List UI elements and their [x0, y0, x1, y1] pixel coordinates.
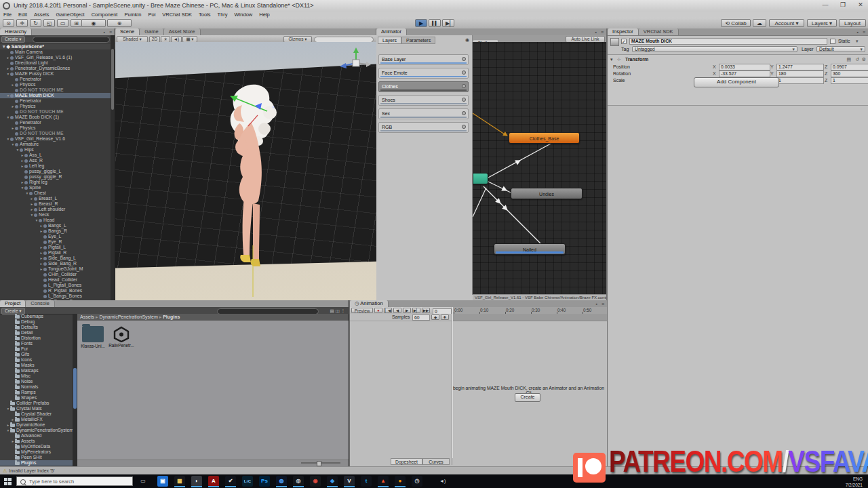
firefox-icon[interactable]: ● — [395, 476, 406, 487]
hierarchy-row[interactable]: ▸Side_Bang_R — [0, 261, 111, 266]
tab-animator[interactable]: Animator — [376, 28, 407, 35]
hierarchy-row[interactable]: Eye_R — [0, 239, 111, 245]
hierarchy-row[interactable]: ▾MAZE Boob DICK (1) — [0, 115, 111, 120]
preview-toggle[interactable]: Preview — [351, 308, 373, 313]
tool-button-0[interactable]: ⊙ — [3, 19, 14, 27]
hierarchy-row[interactable]: ▸Bangs_R — [0, 228, 111, 234]
menu-pumkin[interactable]: Pumkin — [121, 12, 144, 18]
hierarchy-row[interactable]: ▸Pigtail_L — [0, 245, 111, 250]
presets-icon[interactable]: ▤ — [846, 56, 851, 62]
file-explorer-icon[interactable]: ▦ — [174, 476, 185, 487]
hierarchy-row[interactable]: ▾Armature — [0, 142, 111, 147]
project-tree-row[interactable]: ▸MetallicFX — [0, 417, 73, 422]
add-keyframe-button[interactable]: ◆ — [431, 314, 439, 320]
position-x-field[interactable]: 0.0033 — [719, 64, 770, 70]
play-button[interactable]: ▶ — [415, 19, 427, 27]
project-tree-row[interactable]: Cubemaps — [0, 314, 73, 319]
menu-help[interactable]: Help — [256, 12, 273, 18]
animation-create-button[interactable]: Create — [515, 393, 540, 402]
layer-settings-icon[interactable] — [462, 70, 466, 75]
project-tree-row[interactable]: ▸DynamicBone — [0, 422, 73, 428]
menu-poi[interactable]: Poi — [144, 12, 159, 18]
project-tree-row[interactable]: MyOrificeData — [0, 444, 73, 449]
layer-settings-icon[interactable] — [462, 98, 466, 102]
hierarchy-row[interactable]: ▾MAZE Pussy DICK — [0, 71, 111, 77]
tab-console[interactable]: Console — [26, 300, 55, 307]
brave-icon[interactable]: ▲ — [378, 476, 389, 487]
curves-button[interactable]: Curves — [422, 458, 450, 465]
project-tree-row[interactable]: Debug — [0, 319, 73, 325]
hierarchy-row[interactable]: DO NOT TOUCH ME — [0, 87, 111, 93]
system-tray[interactable]: ENG 7/2/2021 — [846, 477, 863, 487]
project-zoom-slider[interactable] — [77, 460, 349, 466]
project-tree-row[interactable]: Plugins — [0, 460, 73, 466]
hierarchy-row[interactable]: ▾MAZE Mouth DICK — [0, 93, 111, 98]
hierarchy-row[interactable]: ▾Neck — [0, 212, 111, 218]
layer-settings-icon[interactable] — [462, 111, 466, 115]
project-tree-row[interactable]: Fonts — [0, 341, 73, 346]
animator-layer-shoes[interactable]: Shoes — [378, 95, 469, 106]
hierarchy-row[interactable]: ▾Head — [0, 218, 111, 223]
animator-layer-clothes[interactable]: Clothes — [378, 81, 469, 92]
playhead-line[interactable] — [452, 307, 453, 458]
close-button[interactable]: ✕ — [852, 0, 868, 10]
object-name-field[interactable]: MAZE Mouth DICK — [629, 38, 827, 45]
hierarchy-row[interactable]: Main Camera — [0, 49, 111, 55]
dopesheet-button[interactable]: Dopesheet — [391, 458, 422, 465]
hierarchy-row[interactable]: ▸Left shoulder — [0, 207, 111, 212]
menu-gameobject[interactable]: GameObject — [53, 12, 88, 18]
tab-parameters[interactable]: Parameters — [401, 37, 435, 44]
twitter-icon[interactable]: t — [361, 476, 372, 487]
animator-layer-face-emote[interactable]: Face Emote — [378, 68, 469, 79]
hierarchy-row[interactable]: Penetrator — [0, 77, 111, 82]
hierarchy-row[interactable]: ▸Breast_R — [0, 201, 111, 207]
cloud-button[interactable]: ☁ — [753, 19, 766, 27]
menu-assets[interactable]: Assets — [31, 12, 53, 18]
pause-button[interactable]: ▌▌ — [429, 19, 441, 27]
project-tree-row[interactable]: ▸Assets — [0, 439, 73, 444]
menu-thry[interactable]: Thry — [214, 12, 231, 18]
layer-settings-icon[interactable] — [462, 125, 466, 129]
position-y-field[interactable]: 1.2477 — [776, 64, 824, 70]
hierarchy-create-button[interactable]: Create ▾ — [1, 36, 25, 43]
clock-app-icon[interactable]: ◷ — [412, 476, 422, 487]
settings-gear-icon[interactable]: ⚙ — [862, 56, 866, 62]
hierarchy-row[interactable]: ▸Ass_R — [0, 158, 111, 163]
tool-button-4[interactable]: ▭ — [57, 19, 68, 27]
layer-settings-icon[interactable] — [462, 57, 466, 61]
project-tree-row[interactable]: ▾DynamicPenetrationSystem — [0, 428, 73, 433]
scene-viewport[interactable] — [115, 42, 376, 300]
tab-scene[interactable]: Scene — [115, 28, 140, 35]
project-tree-row[interactable]: Icons — [0, 357, 73, 363]
tab-animation[interactable]: ◷ Animation — [350, 300, 389, 307]
transport-button-3[interactable]: ▶▏ — [412, 308, 420, 313]
hierarchy-row[interactable]: ▸Breast_L — [0, 196, 111, 201]
breadcrumb-item[interactable]: DynamicPenetrationSystem — [99, 314, 157, 319]
hierarchy-row[interactable]: CHin_Collider — [0, 272, 111, 277]
breadcrumb-item[interactable]: Plugins — [163, 314, 180, 319]
hierarchy-scrollbar[interactable] — [111, 35, 115, 300]
project-tree-row[interactable]: Fur — [0, 346, 73, 352]
collab-dropdown[interactable]: ⟲ Collab ▾ — [721, 19, 751, 27]
state-machine-canvas[interactable]: Clothes_BaseUndiesNailed — [473, 42, 606, 295]
minimize-button[interactable]: — — [816, 0, 834, 10]
obs-icon[interactable]: ◎ — [293, 476, 304, 487]
animator-layer-rgb[interactable]: RGB — [378, 122, 469, 133]
hierarchy-row[interactable]: pussy_giggle_L — [0, 169, 111, 174]
hierarchy-row[interactable]: ▸Physics — [0, 104, 111, 109]
layer-settings-icon[interactable] — [462, 84, 466, 88]
start-button[interactable] — [4, 478, 12, 485]
menu-tools[interactable]: Tools — [195, 12, 214, 18]
project-tree-row[interactable]: Crystal Shader — [0, 411, 73, 417]
menu-vrchat-sdk[interactable]: VRChat SDK — [159, 12, 195, 18]
active-checkbox[interactable]: ✓ — [621, 39, 627, 44]
tool-button-2[interactable]: ↻ — [30, 19, 41, 27]
photoshop-icon[interactable]: Ps — [259, 476, 270, 487]
hierarchy-row[interactable]: ▸Penetrator_DynamicBones — [0, 66, 111, 71]
animator-layer-sex[interactable]: Sex — [378, 108, 469, 119]
tab-inspector[interactable]: Inspector — [608, 28, 639, 35]
menu-window[interactable]: Window — [231, 12, 256, 18]
layout-dropdown[interactable]: Layout ▾ — [839, 19, 866, 27]
project-tree-scrollbar[interactable] — [73, 314, 77, 466]
tab-game[interactable]: Game — [140, 28, 163, 35]
